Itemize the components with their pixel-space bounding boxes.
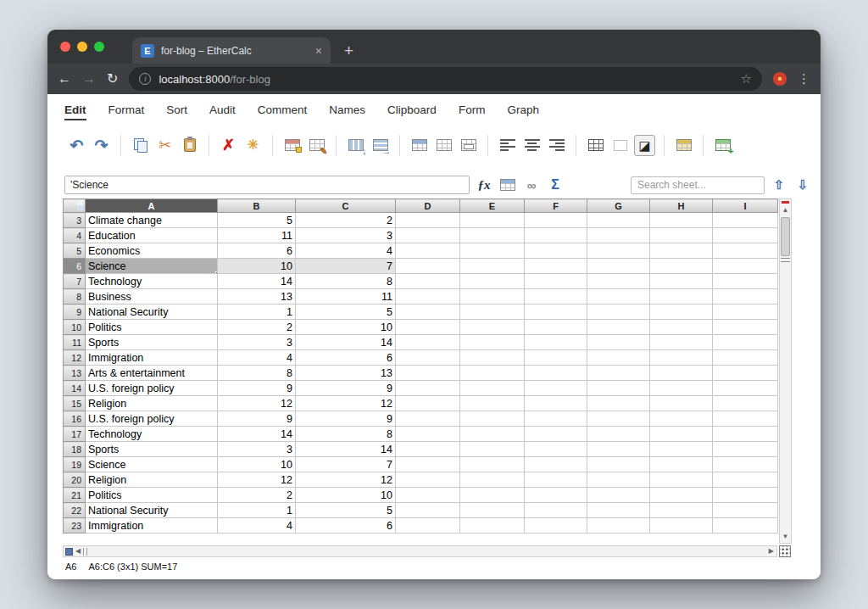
cell-B5[interactable]: 6 (218, 243, 296, 259)
browser-menu-icon[interactable]: ⋮ (798, 71, 810, 87)
cell-D19[interactable] (396, 457, 460, 472)
align-center-icon[interactable] (521, 135, 542, 156)
cell-B3[interactable]: 5 (218, 213, 296, 228)
cell-H4[interactable] (650, 228, 713, 243)
cell-A13[interactable]: Arts & entertainment (86, 366, 218, 381)
column-header-C[interactable]: C (296, 199, 396, 213)
fill-handle[interactable] (215, 271, 218, 274)
swap-colors-icon[interactable]: ◪ (634, 135, 655, 156)
move-row-icon[interactable]: ⇅ (164, 170, 186, 176)
cell-A11[interactable]: Sports (86, 335, 218, 350)
formula-input[interactable] (64, 176, 470, 194)
cell-G18[interactable] (587, 442, 650, 457)
cell-C19[interactable]: 7 (296, 457, 396, 472)
row-header-12[interactable]: 12 (64, 350, 86, 366)
cell-F23[interactable] (525, 518, 587, 534)
cell-B8[interactable]: 13 (218, 289, 296, 304)
menu-item-format[interactable]: Format (108, 103, 145, 120)
cell-E22[interactable] (460, 503, 525, 518)
menu-item-graph[interactable]: Graph (507, 103, 539, 120)
lock-cells-icon[interactable] (281, 135, 303, 156)
cell-I21[interactable] (713, 488, 778, 503)
row-header-23[interactable]: 23 (64, 518, 86, 534)
cell-H14[interactable] (650, 381, 713, 396)
cell-F22[interactable] (525, 503, 587, 518)
row-header-17[interactable]: 17 (64, 427, 86, 442)
close-window-button[interactable] (60, 42, 70, 52)
cell-A15[interactable]: Religion (86, 396, 218, 411)
horizontal-scroll-thumb[interactable] (65, 548, 73, 556)
cell-A20[interactable]: Religion (86, 472, 218, 488)
cell-G3[interactable] (587, 213, 650, 228)
cell-F6[interactable] (525, 259, 587, 274)
cell-C14[interactable]: 9 (296, 381, 396, 396)
cell-E6[interactable] (460, 259, 525, 274)
cell-B21[interactable]: 2 (218, 488, 296, 503)
cell-D11[interactable] (396, 335, 460, 350)
cell-G14[interactable] (587, 381, 650, 396)
cell-A17[interactable]: Technology (86, 427, 218, 442)
cell-B19[interactable]: 10 (218, 457, 296, 472)
cell-D9[interactable] (396, 304, 460, 320)
cell-I13[interactable] (713, 366, 778, 381)
cell-H15[interactable] (650, 396, 713, 411)
cell-B15[interactable]: 12 (218, 396, 296, 411)
cell-E8[interactable] (460, 289, 525, 304)
cell-H10[interactable] (650, 320, 713, 335)
cell-I18[interactable] (713, 442, 778, 457)
cell-B12[interactable]: 4 (218, 350, 296, 366)
cell-A14[interactable]: U.S. foreign policy (86, 381, 218, 396)
cell-E7[interactable] (460, 274, 525, 289)
cell-E17[interactable] (460, 427, 525, 442)
sheet-search-input[interactable] (631, 176, 765, 194)
cell-A10[interactable]: Politics (86, 320, 218, 335)
browser-tab[interactable]: E for-blog – EtherCalc × (132, 37, 331, 64)
cell-H9[interactable] (650, 304, 713, 320)
cell-A8[interactable]: Business (86, 289, 218, 304)
cell-B20[interactable]: 12 (218, 472, 296, 488)
cell-D12[interactable] (396, 350, 460, 366)
cell-F14[interactable] (525, 381, 587, 396)
cell-F16[interactable] (525, 411, 587, 427)
cell-G12[interactable] (587, 350, 650, 366)
row-header-9[interactable]: 9 (64, 304, 86, 320)
cell-H6[interactable] (650, 259, 713, 274)
cell-E16[interactable] (460, 411, 525, 427)
scroll-right-icon[interactable]: ▶ (769, 548, 774, 555)
cell-B4[interactable]: 11 (218, 228, 296, 243)
cell-A7[interactable]: Technology (86, 274, 218, 289)
sheet-icon[interactable] (498, 176, 517, 194)
cell-I6[interactable] (713, 259, 778, 274)
cut-icon[interactable]: ✂ (154, 135, 175, 156)
vertical-pane-splitter[interactable] (781, 258, 790, 262)
cell-H11[interactable] (650, 335, 713, 350)
cell-C10[interactable]: 10 (296, 320, 396, 335)
cell-G7[interactable] (587, 274, 650, 289)
cell-E4[interactable] (460, 228, 525, 243)
horizontal-scrollbar[interactable]: ◀ ▶ (63, 545, 777, 557)
cell-I12[interactable] (713, 350, 778, 366)
cell-D23[interactable] (396, 518, 460, 534)
row-header-20[interactable]: 20 (64, 472, 86, 488)
cell-D7[interactable] (396, 274, 460, 289)
cell-I8[interactable] (713, 289, 778, 304)
forward-icon[interactable]: → (82, 72, 96, 86)
no-borders-icon[interactable] (609, 135, 631, 156)
copy-icon[interactable] (130, 135, 151, 156)
cell-I23[interactable] (713, 518, 778, 534)
borders-all-icon[interactable] (433, 135, 454, 156)
menu-item-form[interactable]: Form (459, 103, 486, 120)
cell-B13[interactable]: 8 (218, 366, 296, 381)
insert-column-icon[interactable]: ↓ (345, 135, 366, 156)
cell-I5[interactable] (713, 243, 778, 259)
zoom-window-button[interactable] (94, 42, 104, 52)
back-icon[interactable]: ← (58, 72, 71, 86)
cell-C13[interactable]: 13 (296, 366, 396, 381)
cell-F9[interactable] (525, 304, 587, 320)
cell-B22[interactable]: 1 (218, 503, 296, 518)
cell-F10[interactable] (525, 320, 587, 335)
cell-H5[interactable] (650, 243, 713, 259)
cell-I14[interactable] (713, 381, 778, 396)
cell-C12[interactable]: 6 (296, 350, 396, 366)
cell-A4[interactable]: Education (86, 228, 218, 243)
